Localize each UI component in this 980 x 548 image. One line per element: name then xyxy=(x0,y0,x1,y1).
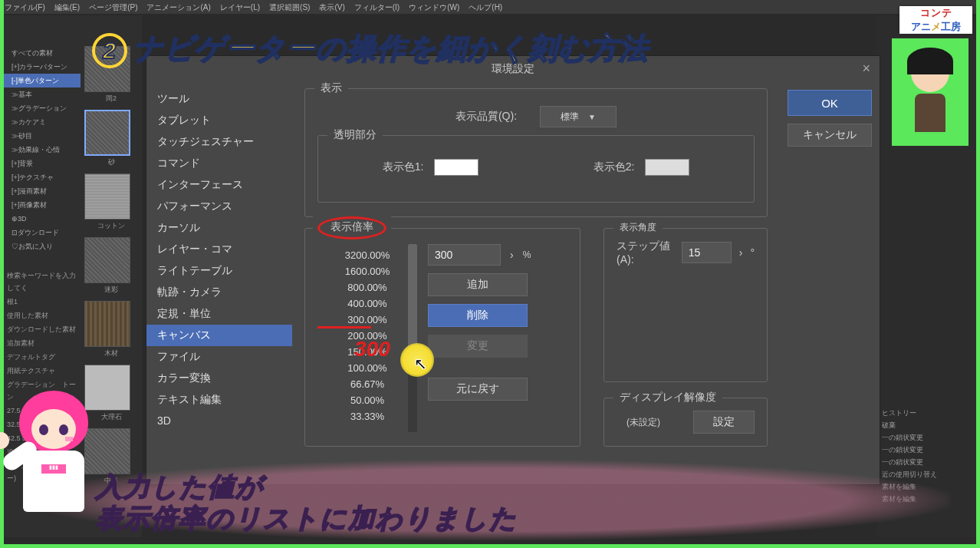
menu-layer[interactable]: レイヤー(L) xyxy=(215,0,265,14)
category-item[interactable]: 軌跡・カメラ xyxy=(146,282,292,303)
menu-view[interactable]: 表示(V) xyxy=(314,0,349,14)
category-item[interactable]: テキスト編集 xyxy=(146,389,292,411)
ok-button[interactable]: OK xyxy=(788,90,872,116)
menu-anim[interactable]: アニメーション(A) xyxy=(142,0,215,14)
list-item[interactable]: 一の鎖状変更 xyxy=(882,431,974,444)
zoom-level-item[interactable]: 66.67% xyxy=(317,376,417,392)
close-icon[interactable]: × xyxy=(862,61,870,77)
zoom-level-item-300[interactable]: 300.00% xyxy=(317,312,417,328)
tree-item[interactable]: [+]カラーパターン xyxy=(4,60,81,74)
dispres-set-button[interactable]: 設定 xyxy=(693,411,755,434)
zoom-level-item[interactable]: 400.00% xyxy=(317,295,417,312)
category-item[interactable]: ツール xyxy=(146,88,292,110)
zoom-level-item[interactable]: 50.00% xyxy=(317,392,417,408)
display-resolution-fieldset: ディスプレイ解像度 (未設定) 設定 xyxy=(603,398,768,447)
step-label: ステップ値(A): xyxy=(617,239,674,266)
change-button[interactable]: 変更 xyxy=(428,335,528,358)
add-button[interactable]: 追加 xyxy=(428,273,528,296)
menu-page[interactable]: ページ管理(P) xyxy=(84,0,142,14)
tree-item[interactable]: ⊕3D xyxy=(4,212,81,226)
title-number-badge: 2 xyxy=(92,33,127,68)
avatar-top-right xyxy=(892,38,968,146)
tree-item[interactable]: [+]漫画素材 xyxy=(4,184,81,198)
zoom-legend-highlight: 表示倍率 xyxy=(313,216,391,239)
material-thumb[interactable] xyxy=(84,237,130,283)
category-item[interactable]: カーソル xyxy=(146,217,292,239)
angle-legend: 表示角度 xyxy=(613,221,663,234)
category-list: ツール タブレット タッチジェスチャー コマンド インターフェース パフォーマン… xyxy=(146,82,292,484)
tree-item[interactable]: ≫カケアミ xyxy=(4,115,81,129)
red-300-annotation: 300 xyxy=(354,337,390,361)
quality-select[interactable]: 標準 ▼ xyxy=(540,106,617,127)
category-item[interactable]: タブレット xyxy=(146,110,292,131)
step-value-input[interactable] xyxy=(682,242,732,263)
zoom-scrollbar[interactable] xyxy=(408,244,417,432)
zoom-level-item[interactable]: 33.33% xyxy=(317,408,417,424)
material-thumb[interactable] xyxy=(84,110,130,156)
category-item[interactable]: 定規・単位 xyxy=(146,303,292,325)
list-item[interactable]: デフォルトタグ xyxy=(4,350,81,364)
menu-select[interactable]: 選択範囲(S) xyxy=(265,0,314,14)
menu-file[interactable]: ファイル(F) xyxy=(0,0,50,14)
tree-item[interactable]: [+]テクスチャ xyxy=(4,170,81,184)
category-item[interactable]: 3D xyxy=(146,411,292,431)
transparency-fieldset: 透明部分 表示色1: 表示色2: xyxy=(317,135,755,203)
material-thumb[interactable] xyxy=(84,301,130,347)
zoom-value-input[interactable] xyxy=(428,244,501,266)
subtitle-text: 入力した値が 表示倍率のリストに加わりました xyxy=(96,471,518,534)
category-item[interactable]: カラー変換 xyxy=(146,368,292,389)
color1-swatch[interactable] xyxy=(434,159,478,176)
list-item[interactable]: ダウンロードした素材 xyxy=(4,322,81,336)
category-item-canvas[interactable]: キャンバス xyxy=(146,325,292,346)
zoom-legend: 表示倍率 xyxy=(317,216,386,239)
menu-filter[interactable]: フィルター(I) xyxy=(350,0,404,14)
list-item[interactable]: 使用した素材 xyxy=(4,309,81,322)
color2-swatch[interactable] xyxy=(645,159,689,176)
category-item[interactable]: タッチジェスチャー xyxy=(146,131,292,153)
thumb-label: コットン xyxy=(84,221,138,231)
angle-fieldset: 表示角度 ステップ値(A): › ° xyxy=(603,228,768,382)
tree-item[interactable]: ≫グラデーション xyxy=(4,101,81,115)
tree-item[interactable]: ≫砂目 xyxy=(4,129,81,143)
list-item[interactable]: 根1 xyxy=(4,295,81,309)
chevron-right-icon[interactable]: › xyxy=(739,246,743,259)
reset-button[interactable]: 元に戻す xyxy=(428,378,528,401)
category-item[interactable]: インターフェース xyxy=(146,174,292,196)
material-tree: すべての素材 [+]カラーパターン [-]単色パターン ≫基本 ≫グラデーション… xyxy=(4,46,81,253)
list-item[interactable]: ヒストリー xyxy=(882,407,974,419)
chevron-right-icon[interactable]: › xyxy=(510,249,514,261)
tree-item[interactable]: [+]背景 xyxy=(4,157,81,170)
menu-edit[interactable]: 編集(E) xyxy=(50,0,84,14)
scrollbar-thumb[interactable] xyxy=(408,244,417,359)
dispres-legend: ディスプレイ解像度 xyxy=(613,391,722,404)
tree-item[interactable]: すべての素材 xyxy=(4,46,81,60)
zoom-level-item[interactable]: 800.00% xyxy=(317,279,417,295)
tree-item[interactable]: ≫効果線・心情 xyxy=(4,143,81,157)
cursor-arrow-icon: ↖ xyxy=(414,355,427,373)
tree-item[interactable]: [+]画像素材 xyxy=(4,198,81,212)
display-legend: 表示 xyxy=(314,81,348,95)
menu-help[interactable]: ヘルプ(H) xyxy=(464,0,507,14)
cancel-button[interactable]: キャンセル xyxy=(788,124,872,147)
category-item[interactable]: レイヤー・コマ xyxy=(146,239,292,260)
category-item[interactable]: コマンド xyxy=(146,153,292,174)
list-item[interactable]: 破棄 xyxy=(882,419,974,431)
category-item[interactable]: ライトテーブル xyxy=(146,260,292,282)
logo-l2c: 工房 xyxy=(941,21,961,32)
delete-button[interactable]: 削除 xyxy=(428,304,528,327)
tree-item[interactable]: ⊡ダウンロード xyxy=(4,226,81,239)
list-item[interactable]: 用紙テクスチャ xyxy=(4,364,81,378)
material-thumb[interactable] xyxy=(84,173,130,220)
category-item[interactable]: ファイル xyxy=(146,346,292,368)
tree-item[interactable]: ♡お気に入り xyxy=(4,239,81,253)
search-hint: 検索キーワードを入力してく xyxy=(4,269,81,295)
thumb-label: 木材 xyxy=(84,348,138,358)
category-item[interactable]: パフォーマンス xyxy=(146,196,292,217)
zoom-level-item[interactable]: 3200.00% xyxy=(317,247,417,263)
tree-item[interactable]: [-]単色パターン xyxy=(4,74,81,87)
zoom-level-item[interactable]: 1600.00% xyxy=(317,263,417,279)
list-item[interactable]: 一の鎖状変更 xyxy=(882,444,974,456)
tree-item[interactable]: ≫基本 xyxy=(4,87,81,101)
menu-window[interactable]: ウィンドウ(W) xyxy=(404,0,464,14)
list-item[interactable]: 追加素材 xyxy=(4,336,81,350)
